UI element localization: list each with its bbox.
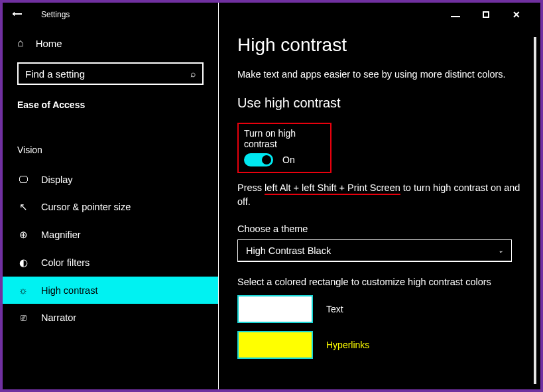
back-button[interactable]: 🠔	[12, 9, 23, 20]
brightness-icon: ☼	[17, 285, 29, 296]
main-panel: High contrast Make text and apps easier …	[219, 3, 540, 389]
sidebar-item-label: Narrator	[41, 312, 76, 323]
toggle-knob	[262, 155, 271, 164]
search-box[interactable]: ⌕	[17, 62, 204, 85]
sidebar-item-color-filters[interactable]: ◐ Color filters	[3, 249, 218, 277]
titlebar: 🠔 Settings	[3, 3, 540, 27]
toggle-label: Turn on high contrast	[244, 128, 325, 149]
home-label: Home	[36, 38, 62, 49]
swatch-label: Hyperlinks	[326, 340, 369, 350]
maximize-button[interactable]	[477, 5, 495, 24]
hotkey-text: Press left Alt + left Shift + Print Scre…	[237, 181, 522, 209]
high-contrast-toggle[interactable]	[244, 153, 273, 166]
minimize-button[interactable]	[446, 5, 465, 24]
theme-value: High Contrast Black	[246, 245, 331, 256]
sidebar-item-label: High contrast	[41, 285, 97, 296]
search-input[interactable]	[25, 68, 190, 80]
home-icon: ⌂	[17, 37, 24, 49]
category-heading: Ease of Access	[3, 94, 218, 119]
display-icon: 🖵	[17, 174, 29, 185]
sidebar-item-label: Magnifier	[41, 229, 81, 240]
customize-label: Select a colored rectangle to customize …	[237, 277, 522, 287]
sidebar: ⌂ Home ⌕ Ease of Access Vision 🖵 Display…	[3, 3, 219, 389]
cursor-icon: ↖	[17, 201, 29, 213]
sidebar-item-high-contrast[interactable]: ☼ High contrast	[3, 277, 218, 304]
sidebar-item-label: Cursor & pointer size	[41, 202, 131, 212]
hotkey-keys: left Alt + left Shift + Print Screen	[265, 182, 400, 195]
search-icon: ⌕	[190, 68, 196, 79]
palette-icon: ◐	[17, 257, 29, 269]
sidebar-item-cursor[interactable]: ↖ Cursor & pointer size	[3, 193, 218, 221]
sidebar-item-display[interactable]: 🖵 Display	[3, 166, 218, 193]
magnifier-icon: ⊕	[17, 229, 29, 241]
page-description: Make text and apps easier to see by usin…	[237, 69, 522, 80]
narrator-icon: ⎚	[17, 312, 29, 323]
sidebar-item-magnifier[interactable]: ⊕ Magnifier	[3, 221, 218, 249]
theme-label: Choose a theme	[237, 224, 522, 234]
settings-window: 🠔 Settings ⌂ Home ⌕ Ease of Access Visio…	[3, 3, 540, 389]
text-color-swatch[interactable]	[237, 295, 313, 323]
close-button[interactable]	[507, 5, 526, 24]
sidebar-item-narrator[interactable]: ⎚ Narrator	[3, 304, 218, 331]
page-title: High contrast	[237, 34, 522, 56]
section-title: Use high contrast	[237, 96, 522, 111]
home-link[interactable]: ⌂ Home	[3, 32, 218, 60]
sidebar-item-label: Display	[41, 174, 73, 185]
swatch-row-text: Text	[237, 295, 522, 323]
swatch-row-hyperlinks: Hyperlinks	[237, 331, 522, 359]
toggle-state: On	[282, 155, 295, 165]
scrollbar[interactable]	[534, 37, 536, 384]
section-heading: Vision	[3, 119, 218, 166]
toggle-highlight-box: Turn on high contrast On	[237, 123, 332, 173]
swatch-label: Text	[326, 304, 343, 314]
hyperlinks-color-swatch[interactable]	[237, 331, 313, 359]
chevron-down-icon: ⌄	[498, 247, 503, 254]
theme-select[interactable]: High Contrast Black ⌄	[237, 239, 512, 262]
app-title: Settings	[41, 10, 70, 19]
sidebar-item-label: Color filters	[41, 257, 90, 268]
